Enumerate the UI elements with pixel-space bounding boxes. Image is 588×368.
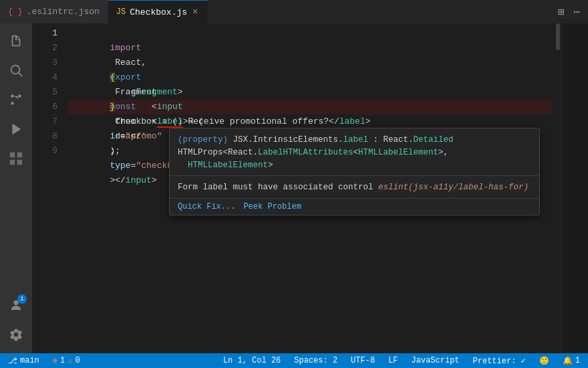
line-number-5: 5 [32,85,65,100]
status-emoji[interactable]: 🙂 [537,353,552,368]
status-git-branch[interactable]: ⎇ main [5,353,42,368]
status-bar: ⎇ main ⊗ 1 ⚠ 0 Ln 1, Col 26 Spaces: 2 UT… [0,353,588,368]
activity-source-control-icon[interactable] [3,86,29,113]
git-branch-icon: ⎇ [8,356,17,366]
line-number-gutter: 1 2 3 4 5 6 7 8 9 [32,23,65,353]
activity-bar: 1 [0,23,32,353]
error-count: 1 [60,356,65,365]
activity-files-icon[interactable] [3,27,29,54]
svg-point-3 [11,102,14,105]
code-line-1: import React, { Fragment } from 'react' … [68,26,552,41]
minimap[interactable] [561,23,588,353]
position-label: Ln 1, Col 26 [223,356,281,365]
spaces-label: Spaces: 2 [294,356,337,365]
peek-problem-button[interactable]: Peek Problem [243,202,301,211]
tab-checkbox[interactable]: JS Checkbox.js × [108,0,208,23]
tab-label-eslintrc: .eslintrc.json [27,7,100,17]
line-number-3: 3 [32,56,65,70]
status-language[interactable]: JavaScript [409,353,462,368]
svg-rect-6 [10,153,15,157]
tab-label-checkbox: Checkbox.js [130,7,187,17]
status-encoding[interactable]: UTF-8 [348,353,378,368]
activity-settings-icon[interactable] [3,321,29,348]
code-editor[interactable]: import React, { Fragment } from 'react' … [65,23,552,353]
line-number-4: 4 [32,70,65,85]
git-branch-label: main [20,356,39,365]
status-formatter[interactable]: Prettier: ✓ [470,353,529,368]
main-layout: 1 1 2 3 4 5 6 7 8 9 import React, [0,23,588,353]
svg-rect-9 [17,160,22,165]
line-number-1: 1 [32,26,65,41]
status-position[interactable]: Ln 1, Col 26 [220,353,283,368]
activity-bar-bottom: 1 [3,292,29,353]
title-bar-actions: ⊞ ⋯ [550,4,588,20]
warning-count: 0 [75,356,80,365]
tab-group: { } .eslintrc.json JS Checkbox.js × [0,0,208,23]
editor-layout-button[interactable]: ⊞ [555,4,567,20]
scrollbar-thumb[interactable] [556,23,560,50]
activity-extensions-icon[interactable] [3,145,29,172]
notification-count: 1 [575,356,580,365]
tooltip-error-text: Form label must have associated control … [178,181,531,194]
line-number-2: 2 [32,41,65,56]
formatter-label: Prettier: ✓ [473,356,526,366]
tooltip-error-section: Form label must have associated control … [170,176,539,199]
line-number-7: 7 [32,114,65,129]
emoji-icon: 🙂 [539,356,549,366]
tooltip-property-section: (property) JSX.IntrinsicElements.label :… [170,128,539,176]
scrollbar-track[interactable] [552,23,561,353]
editor-area: 1 2 3 4 5 6 7 8 9 import React, { Fragme… [32,23,588,353]
tooltip-error-code: eslint(jsx-a11y/label-has-for) [378,183,529,192]
tooltip-property-text: (property) JSX.IntrinsicElements.label :… [178,134,531,147]
account-badge: 1 [17,294,27,304]
json-file-icon: { } [8,7,23,17]
tooltip-property-text3: HTMLLabelElement> [178,159,531,172]
svg-marker-5 [13,124,21,135]
tab-close-button[interactable]: × [191,5,199,19]
encoding-label: UTF-8 [351,356,375,365]
svg-rect-7 [17,153,22,157]
token-import: import [110,43,141,53]
js-file-icon: JS [116,7,126,17]
line-number-9: 9 [32,144,65,159]
status-notification[interactable]: 🔔 1 [560,353,583,368]
tooltip-property-text2: HTMLProps<React.LabelHTMLAttributes<HTML… [178,147,531,159]
line-number-6: 6 [32,100,65,114]
tab-eslintrc[interactable]: { } .eslintrc.json [0,0,108,23]
warning-icon: ⚠ [67,356,72,366]
status-line-ending[interactable]: LF [386,353,400,368]
svg-point-2 [11,94,14,98]
line-number-8: 8 [32,129,65,144]
svg-point-4 [18,94,21,98]
svg-rect-8 [10,160,15,165]
tooltip-actions: Quick Fix... Peek Problem [170,199,539,215]
svg-point-0 [11,66,20,74]
notification-icon: 🔔 [563,356,573,366]
activity-account-icon[interactable]: 1 [3,292,29,318]
error-token-label: label [157,116,183,128]
svg-line-1 [19,73,22,76]
status-spaces[interactable]: Spaces: 2 [291,353,340,368]
activity-search-icon[interactable] [3,57,29,84]
status-errors[interactable]: ⊗ 1 ⚠ 0 [50,353,83,368]
more-actions-button[interactable]: ⋯ [571,4,583,20]
error-icon: ⊗ [53,356,57,366]
tooltip-container: (property) JSX.IntrinsicElements.label :… [169,128,540,215]
quick-fix-button[interactable]: Quick Fix... [178,202,235,211]
language-label: JavaScript [412,356,460,365]
title-bar: { } .eslintrc.json JS Checkbox.js × ⊞ ⋯ [0,0,588,23]
activity-run-icon[interactable] [3,116,29,143]
tooltip-box: (property) JSX.IntrinsicElements.label :… [169,128,540,215]
line-ending-label: LF [388,356,398,365]
